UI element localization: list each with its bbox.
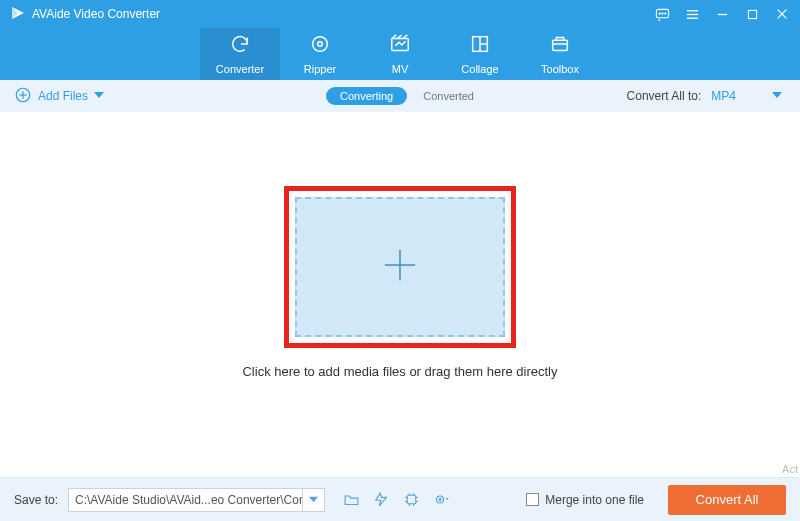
target-format-value: MP4	[711, 89, 736, 103]
save-path-field[interactable]: C:\AVAide Studio\AVAid...eo Converter\Co…	[68, 488, 303, 512]
plus-circle-icon	[14, 86, 32, 107]
nav-label: Converter	[216, 63, 264, 75]
footer: Save to: C:\AVAide Studio\AVAid...eo Con…	[0, 477, 800, 521]
footer-tools	[341, 490, 451, 510]
toolbox-icon	[549, 33, 571, 57]
convert-target: Convert All to: MP4	[627, 89, 786, 103]
subtabs: Converting Converted	[326, 87, 474, 105]
settings-icon[interactable]	[431, 490, 451, 510]
nav: Converter Ripper MV Collage Toolbox	[0, 28, 800, 80]
dropzone[interactable]	[295, 197, 505, 337]
svg-rect-19	[553, 40, 568, 50]
titlebar-top: AVAide Video Converter	[0, 0, 800, 28]
app-title: AVAide Video Converter	[10, 5, 160, 24]
checkbox-icon	[526, 493, 539, 506]
tab-converting[interactable]: Converting	[326, 87, 407, 105]
chevron-down-icon	[772, 89, 782, 103]
svg-marker-24	[94, 92, 104, 98]
minimize-icon[interactable]	[714, 6, 730, 22]
save-path-dropdown[interactable]	[303, 488, 325, 512]
tab-converted[interactable]: Converted	[423, 90, 474, 102]
svg-point-5	[664, 13, 665, 14]
svg-rect-30	[407, 495, 416, 504]
add-files-label: Add Files	[38, 89, 88, 103]
titlebar: AVAide Video Converter Conver	[0, 0, 800, 80]
svg-point-4	[661, 13, 662, 14]
svg-rect-10	[748, 10, 756, 18]
nav-label: Ripper	[304, 63, 336, 75]
app-logo-icon	[10, 5, 26, 24]
nav-label: Collage	[461, 63, 498, 75]
open-folder-icon[interactable]	[341, 490, 361, 510]
window-controls	[654, 6, 790, 22]
add-files-button[interactable]: Add Files	[14, 86, 104, 107]
nav-converter[interactable]: Converter	[200, 28, 280, 80]
app-title-text: AVAide Video Converter	[32, 7, 160, 21]
svg-rect-15	[392, 39, 409, 51]
svg-point-39	[436, 496, 443, 503]
mv-icon	[389, 33, 411, 57]
nav-label: MV	[392, 63, 409, 75]
converter-icon	[229, 33, 251, 57]
target-format-select[interactable]: MP4	[711, 89, 786, 103]
gpu-icon[interactable]	[401, 490, 421, 510]
speed-icon[interactable]	[371, 490, 391, 510]
nav-toolbox[interactable]: Toolbox	[520, 28, 600, 80]
svg-point-40	[439, 498, 441, 500]
convert-all-button[interactable]: Convert All	[668, 485, 786, 515]
feedback-icon[interactable]	[654, 6, 670, 22]
toolbar: Add Files Converting Converted Convert A…	[0, 80, 800, 112]
collage-icon	[469, 33, 491, 57]
svg-point-13	[313, 37, 328, 52]
menu-icon[interactable]	[684, 6, 700, 22]
watermark-text: Act	[782, 463, 798, 475]
plus-icon	[381, 246, 419, 288]
convert-all-to-label: Convert All to:	[627, 89, 702, 103]
svg-point-14	[318, 42, 323, 47]
svg-marker-28	[309, 497, 318, 502]
merge-label: Merge into one file	[545, 493, 644, 507]
merge-checkbox[interactable]: Merge into one file	[526, 493, 644, 507]
svg-marker-25	[772, 92, 782, 98]
nav-collage[interactable]: Collage	[440, 28, 520, 80]
svg-point-3	[659, 13, 660, 14]
ripper-icon	[309, 33, 331, 57]
nav-mv[interactable]: MV	[360, 28, 440, 80]
maximize-icon[interactable]	[744, 6, 760, 22]
close-icon[interactable]	[774, 6, 790, 22]
dropzone-highlight	[284, 186, 516, 348]
save-to-label: Save to:	[14, 493, 58, 507]
chevron-down-icon	[94, 89, 104, 103]
dropzone-hint: Click here to add media files or drag th…	[242, 364, 557, 379]
svg-marker-29	[375, 493, 386, 506]
nav-ripper[interactable]: Ripper	[280, 28, 360, 80]
nav-label: Toolbox	[541, 63, 579, 75]
main-area: Click here to add media files or drag th…	[0, 112, 800, 452]
